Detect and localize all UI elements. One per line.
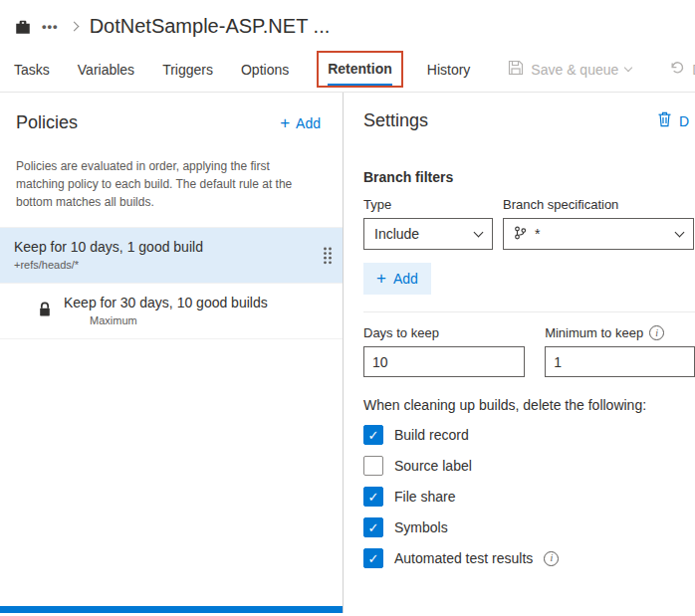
chevron-down-icon	[474, 228, 484, 238]
branch-icon	[514, 226, 527, 243]
policy-item-maximum[interactable]: Keep for 30 days, 10 good builds Maximum	[0, 284, 343, 339]
checkbox[interactable]	[363, 425, 383, 445]
delete-policy-button[interactable]: D	[651, 110, 695, 131]
plus-icon	[280, 114, 290, 131]
add-policy-label: Add	[296, 115, 321, 131]
retention-highlight-box: Retention	[317, 51, 403, 88]
save-and-queue-label: Save & queue	[531, 62, 618, 78]
tab-options[interactable]: Options	[241, 62, 289, 78]
policies-title: Policies	[16, 112, 78, 133]
cleanup-option-file-share[interactable]: File share	[363, 487, 695, 507]
policy-title: Keep for 10 days, 1 good build	[14, 239, 311, 255]
section-divider	[363, 311, 695, 312]
tab-history[interactable]: History	[427, 62, 471, 78]
bottom-blue-bar	[0, 606, 343, 613]
checkbox-label: Symbols	[394, 519, 448, 535]
pipeline-tab-bar: Tasks Variables Triggers Options Retenti…	[0, 47, 695, 93]
checkbox-label: File share	[394, 489, 455, 505]
plus-icon	[376, 270, 386, 287]
type-label: Type	[363, 197, 493, 212]
cleanup-heading: When cleaning up builds, delete the foll…	[363, 397, 695, 413]
toolbar-actions: Save & queue Discard ···	[502, 59, 695, 80]
add-policy-button[interactable]: Add	[274, 113, 327, 132]
chevron-down-icon	[624, 64, 632, 72]
checkbox[interactable]	[363, 487, 383, 507]
trash-icon	[657, 111, 672, 130]
checkbox[interactable]	[363, 517, 383, 537]
branch-filters-heading: Branch filters	[363, 169, 695, 185]
discard-button[interactable]: Discard	[663, 59, 695, 80]
settings-title: Settings	[363, 110, 428, 131]
settings-header: Settings D	[363, 110, 695, 131]
drag-handle-icon[interactable]	[323, 247, 333, 265]
branch-spec-label: Branch specification	[503, 197, 694, 212]
policy-subtitle: +refs/heads/*	[14, 259, 311, 271]
minimum-to-keep-label: Minimum to keep	[545, 325, 643, 340]
page-title: DotNetSample-ASP.NET ...	[90, 15, 331, 38]
add-branch-filter-label: Add	[393, 271, 418, 287]
cleanup-option-source-label[interactable]: Source label	[363, 456, 695, 476]
policy-subtitle: Maximum	[90, 314, 268, 326]
tab-tasks[interactable]: Tasks	[14, 62, 50, 78]
cleanup-option-build-record[interactable]: Build record	[363, 425, 695, 445]
cleanup-option-symbols[interactable]: Symbols	[363, 517, 695, 537]
settings-panel: Settings D Branch filters Type Include	[344, 93, 695, 613]
days-to-keep-input[interactable]	[363, 346, 525, 377]
info-icon[interactable]	[649, 325, 664, 340]
checkbox-label: Source label	[394, 458, 472, 474]
info-icon[interactable]	[544, 551, 559, 566]
tab-triggers[interactable]: Triggers	[162, 62, 213, 78]
type-value: Include	[374, 226, 419, 242]
policy-list: Keep for 10 days, 1 good build +refs/hea…	[0, 227, 343, 339]
branch-spec-value: *	[535, 226, 540, 242]
lock-icon	[38, 302, 52, 320]
cleanup-option-automated-test-results[interactable]: Automated test results	[363, 548, 695, 568]
type-dropdown[interactable]: Include	[363, 218, 493, 250]
save-and-queue-button[interactable]: Save & queue	[502, 59, 637, 80]
days-to-keep-label: Days to keep	[363, 325, 525, 340]
tab-variables[interactable]: Variables	[78, 62, 134, 78]
policies-description: Policies are evaluated in order, applyin…	[0, 157, 343, 211]
keep-settings-row: Days to keep Minimum to keep	[363, 325, 695, 377]
policies-header: Policies Add	[0, 93, 343, 145]
checkbox-label: Build record	[394, 427, 469, 443]
undo-icon	[669, 60, 685, 79]
checkbox-label: Automated test results	[394, 550, 533, 566]
save-icon	[508, 60, 524, 79]
breadcrumb-ellipsis-menu[interactable]: •••	[42, 19, 59, 34]
top-header: ••• DotNetSample-ASP.NET ...	[0, 0, 695, 47]
checkbox[interactable]	[363, 548, 383, 568]
project-icon[interactable]	[14, 18, 32, 36]
policy-title: Keep for 30 days, 10 good builds	[64, 295, 268, 310]
chevron-right-icon	[69, 22, 79, 32]
chevron-down-icon	[675, 228, 685, 238]
content-area: Policies Add Policies are evaluated in o…	[0, 93, 695, 613]
policies-panel: Policies Add Policies are evaluated in o…	[0, 93, 344, 613]
checkbox[interactable]	[363, 456, 383, 476]
branch-spec-dropdown[interactable]: *	[503, 218, 694, 250]
policy-item-keep-10-days[interactable]: Keep for 10 days, 1 good build +refs/hea…	[0, 228, 343, 284]
minimum-to-keep-input[interactable]	[545, 346, 695, 377]
cleanup-options: Build record Source label File share Sym…	[363, 425, 695, 568]
tab-retention[interactable]: Retention	[328, 61, 392, 86]
branch-filter-row: Type Include Branch specification *	[363, 197, 695, 250]
add-branch-filter-button[interactable]: Add	[363, 263, 431, 295]
delete-label: D	[679, 113, 689, 129]
